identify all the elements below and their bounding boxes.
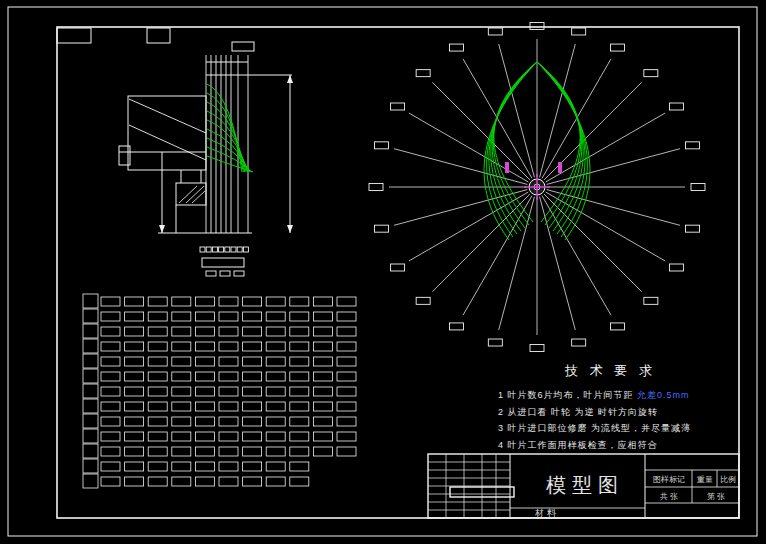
magenta-mark-right — [558, 162, 562, 173]
tech-item-1-text: 1 叶片数6片均布，叶片间节距 — [498, 390, 637, 400]
blade-side-view — [119, 42, 293, 276]
scale-column-label: 比例 — [717, 474, 739, 485]
sheet-number-label: 第 张 — [693, 491, 739, 502]
tech-item-4-text: 4 叶片工作面用样板检查，应相符合 — [498, 440, 658, 450]
mark-column-label: 图样标记 — [646, 474, 692, 485]
tech-item-2-text: 2 从进口看 叶轮 为逆 时针方向旋转 — [498, 407, 658, 417]
weight-column-label: 重量 — [693, 474, 717, 485]
tech-requirements-title: 技 术 要 求 — [498, 362, 723, 380]
tech-item-1-highlight: 允差0.5mm — [637, 390, 690, 400]
parameter-table — [83, 294, 356, 488]
drawing-title: 模型图 — [533, 472, 637, 499]
tech-item-3-text: 3 叶片进口部位修磨 为流线型，并尽量减薄 — [498, 423, 691, 433]
tech-requirement-item-3: 3 叶片进口部位修磨 为流线型，并尽量减薄 — [498, 420, 723, 437]
sheets-total-label: 共 张 — [646, 491, 692, 502]
magenta-mark-left — [505, 162, 509, 173]
tech-requirement-item-4: 4 叶片工作面用样板检查，应相符合 — [498, 437, 723, 454]
technical-requirements-block: 技 术 要 求 1 叶片数6片均布，叶片间节距 允差0.5mm 2 从进口看 叶… — [498, 362, 723, 453]
tech-requirement-item-1: 1 叶片数6片均布，叶片间节距 允差0.5mm — [498, 387, 723, 404]
cad-drawing-viewport: 技 术 要 求 1 叶片数6片均布，叶片间节距 允差0.5mm 2 从进口看 叶… — [0, 0, 766, 544]
material-label: 材料 — [512, 507, 582, 520]
cad-canvas — [0, 0, 766, 544]
tech-requirement-item-2: 2 从进口看 叶轮 为逆 时针方向旋转 — [498, 404, 723, 421]
impeller-front-view — [369, 23, 705, 352]
